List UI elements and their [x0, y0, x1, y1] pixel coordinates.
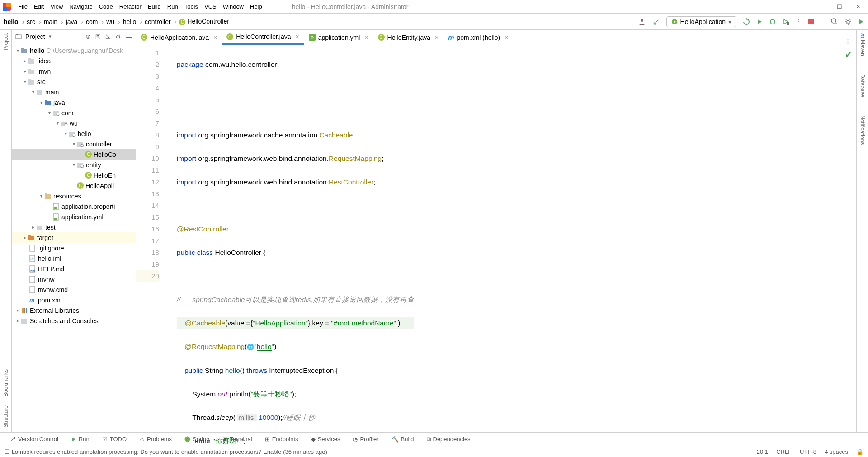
menu-code[interactable]: Code: [96, 2, 116, 11]
tree-mvn[interactable]: ▸.mvn: [12, 66, 136, 76]
tab-applicationyml[interactable]: ⚙application.yml×: [304, 30, 373, 45]
menu-navigate[interactable]: Navigate: [66, 2, 95, 11]
tab-more-icon[interactable]: ⋮: [840, 38, 856, 45]
tree-helloapp[interactable]: CHelloAppli: [12, 180, 136, 191]
run-anything-icon[interactable]: [858, 19, 864, 25]
tool-notifications[interactable]: Notifications: [859, 115, 866, 145]
crumb-com[interactable]: com: [86, 18, 104, 25]
crumb-class[interactable]: CHelloController: [179, 18, 233, 25]
tool-database[interactable]: Database: [859, 74, 866, 97]
crumb-src[interactable]: src: [27, 18, 41, 25]
svg-rect-57: [24, 308, 25, 313]
crumb-hello[interactable]: hello: [4, 18, 24, 25]
tab-close-icon[interactable]: ×: [435, 34, 439, 41]
crumb-main[interactable]: main: [44, 18, 63, 25]
tree-root[interactable]: ▾hello C:\Users\wuguanghui\Desk: [12, 45, 136, 56]
svg-rect-59: [21, 319, 27, 324]
profile-icon[interactable]: ⋮: [795, 18, 802, 25]
svg-rect-41: [54, 207, 57, 209]
tab-close-icon[interactable]: ×: [296, 33, 299, 40]
menu-vcs[interactable]: VCS: [202, 2, 219, 11]
tree-wu[interactable]: ▾wu: [12, 118, 136, 128]
status-lock-icon[interactable]: 🔒: [856, 448, 863, 455]
tree-entity[interactable]: ▾entity: [12, 160, 136, 170]
menu-run[interactable]: Run: [165, 2, 181, 11]
tree-idea[interactable]: ▸.idea: [12, 56, 136, 66]
tree-scratch[interactable]: ▸Scratches and Consoles: [12, 316, 136, 326]
expand-all-icon[interactable]: ⇱: [95, 33, 101, 40]
tree-com[interactable]: ▾com: [12, 108, 136, 118]
search-icon[interactable]: [831, 18, 838, 25]
tree-external[interactable]: ▸External Libraries: [12, 305, 136, 316]
crumb-controller[interactable]: controller: [145, 18, 176, 25]
tool-maven[interactable]: m Maven: [859, 33, 866, 56]
svg-rect-38: [45, 194, 51, 199]
crumb-java[interactable]: java: [66, 18, 83, 25]
tab-close-icon[interactable]: ×: [213, 34, 217, 41]
coverage-icon[interactable]: [783, 19, 789, 25]
tree-controller[interactable]: ▾controller: [12, 139, 136, 149]
tab-hellocontroller[interactable]: CHelloController.java×: [222, 30, 304, 45]
bb-run[interactable]: Run: [66, 436, 94, 443]
tab-helloentity[interactable]: CHelloEntity.java×: [373, 30, 444, 45]
menu-tools[interactable]: Tools: [182, 2, 201, 11]
menu-view[interactable]: View: [47, 2, 66, 11]
user-icon[interactable]: [638, 18, 646, 26]
select-opened-icon[interactable]: ⊕: [85, 33, 91, 40]
svg-rect-43: [54, 218, 57, 220]
crumb-wu[interactable]: wu: [106, 18, 120, 25]
panel-settings-icon[interactable]: ⚙: [115, 33, 121, 40]
tree-hellocontroller[interactable]: CHelloCo: [12, 149, 136, 160]
settings-icon[interactable]: [844, 18, 852, 25]
tool-bookmarks[interactable]: Bookmarks: [3, 369, 9, 396]
debug-icon[interactable]: [769, 18, 776, 25]
tree-target[interactable]: ▸target: [12, 232, 136, 243]
tree-src[interactable]: ▾src: [12, 76, 136, 87]
collapse-all-icon[interactable]: ⇲: [105, 33, 111, 40]
close-icon[interactable]: ✕: [856, 3, 861, 10]
code-editor[interactable]: ✔ 123 456 789 101112 131415 161718 1920 …: [136, 45, 856, 457]
tree-appprop[interactable]: application.properti: [12, 201, 136, 212]
tab-pom[interactable]: mpom.xml (hello)×: [443, 30, 513, 45]
panel-hide-icon[interactable]: —: [126, 33, 132, 40]
stop-icon[interactable]: [808, 19, 814, 24]
menu-help[interactable]: Help: [247, 2, 265, 11]
tool-structure[interactable]: Structure: [3, 405, 9, 428]
tab-close-icon[interactable]: ×: [364, 34, 368, 41]
back-icon[interactable]: ↙: [652, 16, 660, 27]
menu-build[interactable]: Build: [145, 2, 164, 11]
breadcrumb: hello src main java com wu hello control…: [4, 18, 233, 25]
minimize-icon[interactable]: ―: [817, 3, 823, 10]
tool-project[interactable]: Project: [3, 33, 9, 50]
tree-main[interactable]: ▾main: [12, 87, 136, 97]
svg-rect-2: [3, 7, 7, 11]
tree-pom[interactable]: mpom.xml: [12, 295, 136, 305]
bb-todo[interactable]: ☑ TODO: [98, 436, 131, 443]
code-content[interactable]: package com.wu.hello.controller; import …: [164, 45, 414, 457]
tree-help[interactable]: MDHELP.md: [12, 264, 136, 274]
run-icon[interactable]: [756, 19, 763, 25]
run-configuration[interactable]: HelloApplication ▾: [666, 16, 736, 27]
svg-rect-47: [30, 245, 35, 251]
maximize-icon[interactable]: ☐: [837, 3, 842, 10]
tree-hellopkg[interactable]: ▾hello: [12, 128, 136, 139]
tab-helloapplication[interactable]: CHelloApplication.java×: [136, 30, 222, 45]
menu-file[interactable]: File: [15, 2, 30, 11]
tree-iml[interactable]: IJhello.iml: [12, 253, 136, 264]
tree-resources[interactable]: ▾resources: [12, 191, 136, 201]
tree-mvnwcmd[interactable]: mvnw.cmd: [12, 284, 136, 295]
svg-rect-45: [28, 236, 34, 240]
tree-mvnw[interactable]: mvnw: [12, 274, 136, 284]
crumb-hello2[interactable]: hello: [123, 18, 142, 25]
rerun-icon[interactable]: [743, 18, 750, 25]
tree-test[interactable]: ▸test: [12, 222, 136, 232]
tab-close-icon[interactable]: ×: [505, 34, 508, 41]
bb-vcs[interactable]: ⎇ Version Control: [5, 436, 63, 443]
tree-java[interactable]: ▾java: [12, 97, 136, 108]
tree-helloentity[interactable]: CHelloEn: [12, 170, 136, 180]
menu-edit[interactable]: Edit: [31, 2, 47, 11]
menu-window[interactable]: Window: [220, 2, 246, 11]
tree-appyml[interactable]: application.yml: [12, 212, 136, 222]
tree-gitignore[interactable]: .gitignore: [12, 243, 136, 253]
menu-refactor[interactable]: Refactor: [117, 2, 144, 11]
